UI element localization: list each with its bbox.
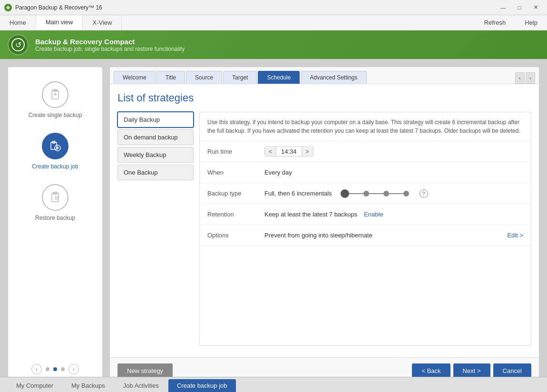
maximize-button[interactable]: □ xyxy=(512,3,527,12)
sidebar-item-create-single-label: Create single backup xyxy=(29,112,82,118)
wizard-tab-nav: ‹ › xyxy=(515,72,535,84)
run-time-label: Run time xyxy=(207,148,264,155)
header-title: Backup & Recovery Compact xyxy=(35,38,185,46)
time-display: 14:34 xyxy=(276,147,302,156)
header-logo-inner: ↺ xyxy=(11,38,25,51)
wizard-tab-source[interactable]: Source xyxy=(186,71,222,84)
wizard-tab-target[interactable]: Target xyxy=(223,71,257,84)
app-title: Paragon Backup & Recovery™ 16 xyxy=(15,4,496,11)
tab-main-view[interactable]: Main view xyxy=(36,15,83,30)
run-time-value: < 14:34 > xyxy=(264,147,313,157)
slider-line-2 xyxy=(369,193,383,194)
bottom-tab-my-backups[interactable]: My Backups xyxy=(63,379,114,392)
sidebar-item-restore-backup-label: Restore backup xyxy=(35,215,75,221)
back-button[interactable]: < Back xyxy=(412,363,450,378)
nav-dot-3 xyxy=(61,367,65,371)
cancel-button[interactable]: Cancel xyxy=(493,363,531,378)
slider-line-1 xyxy=(349,193,363,194)
options-edit-link[interactable]: Edit > xyxy=(507,232,523,239)
sidebar-item-restore-backup[interactable]: Restore backup xyxy=(13,179,98,226)
left-nav-prev[interactable]: ‹ xyxy=(31,364,42,374)
options-text: Prevent from going into sleep/hibernate xyxy=(264,232,372,239)
options-value: Prevent from going into sleep/hibernate … xyxy=(264,232,523,239)
left-panel: Create single backup Create backup job xyxy=(8,67,103,384)
when-text: Every day xyxy=(264,169,292,176)
retention-text: Keep at least the latest 7 backups xyxy=(264,211,357,218)
app-header: ↺ Backup & Recovery Compact Create backu… xyxy=(0,30,547,59)
new-strategy-button[interactable]: New strategy xyxy=(117,363,173,378)
retention-value: Keep at least the latest 7 backups Enabl… xyxy=(264,211,383,218)
wizard-tabs: Welcome Title Source Target Schedule Adv… xyxy=(110,67,539,84)
tab-x-view[interactable]: X-View xyxy=(83,15,122,30)
restore-backup-icon xyxy=(42,184,68,211)
field-row-backup-type: Backup type Full, then 6 incrementals xyxy=(200,183,531,204)
create-single-icon xyxy=(42,81,68,108)
menu-bar: Home Main view X-View Refresh Help xyxy=(0,15,547,30)
header-logo: ↺ xyxy=(8,34,29,55)
bottom-tab-create-backup-job[interactable]: Create backup job xyxy=(168,379,236,392)
strategy-item-on-demand[interactable]: On demand backup xyxy=(117,129,194,145)
create-backup-job-icon xyxy=(42,133,68,159)
tab-home[interactable]: Home xyxy=(0,15,36,30)
backup-type-value: Full, then 6 incrementals xyxy=(264,189,428,198)
header-subtitle: Create backup job, single backups and re… xyxy=(35,46,185,52)
strategies-list: Daily Backup On demand backup Weekly Bac… xyxy=(117,112,194,346)
sidebar-item-create-single[interactable]: Create single backup xyxy=(13,77,98,123)
slider-dot-filled xyxy=(341,189,349,198)
close-button[interactable]: ✕ xyxy=(528,3,543,12)
bottom-tab-job-activities[interactable]: Job Activities xyxy=(115,379,167,392)
backup-type-text: Full, then 6 incrementals xyxy=(264,190,332,197)
slider-dot-3 xyxy=(403,191,409,196)
retention-label: Retention xyxy=(207,211,264,218)
wizard-tab-schedule[interactable]: Schedule xyxy=(258,71,300,84)
backup-type-help-icon[interactable]: ? xyxy=(420,189,428,198)
when-value: Every day xyxy=(264,169,292,176)
wizard-tab-welcome[interactable]: Welcome xyxy=(114,71,156,84)
left-nav-next[interactable]: › xyxy=(68,364,79,374)
wizard-tab-prev[interactable]: ‹ xyxy=(515,72,525,84)
wizard-tab-title[interactable]: Title xyxy=(156,71,185,84)
strategy-item-weekly[interactable]: Weekly Backup xyxy=(117,147,194,163)
retention-enable-link[interactable]: Enable xyxy=(364,211,383,218)
strategy-detail: Use this strategy, if you intend to back… xyxy=(199,112,531,346)
time-prev-btn[interactable]: < xyxy=(265,147,276,156)
time-next-btn[interactable]: > xyxy=(302,147,313,156)
help-action[interactable]: Help xyxy=(515,15,547,30)
minimize-button[interactable]: — xyxy=(496,3,511,12)
bottom-tabs: My Computer My Backups Job Activities Cr… xyxy=(0,377,547,392)
sidebar-item-create-backup-job-label: Create backup job xyxy=(32,163,78,170)
when-label: When xyxy=(207,169,264,176)
field-row-options: Options Prevent from going into sleep/hi… xyxy=(200,225,531,246)
slider-dot-2 xyxy=(383,191,389,196)
sidebar-item-create-backup-job[interactable]: Create backup job xyxy=(13,128,98,175)
wizard-content: List of strategies Daily Backup On deman… xyxy=(110,84,539,357)
time-control: < 14:34 > xyxy=(264,147,313,157)
wizard-title: List of strategies xyxy=(117,92,531,104)
nav-dot-2 xyxy=(53,367,57,371)
slider-line-3 xyxy=(389,193,403,194)
header-text: Backup & Recovery Compact Create backup … xyxy=(35,38,185,52)
wizard-tab-next[interactable]: › xyxy=(526,72,535,84)
field-row-run-time: Run time < 14:34 > xyxy=(200,141,531,162)
strategies-layout: Daily Backup On demand backup Weekly Bac… xyxy=(117,112,531,346)
window-controls: — □ ✕ xyxy=(496,3,543,12)
app-icon xyxy=(4,3,12,12)
strategy-info-text: Use this strategy, if you intend to back… xyxy=(200,112,531,141)
main-area: Create single backup Create backup job xyxy=(0,59,547,392)
nav-dot-1 xyxy=(46,367,49,371)
strategy-item-daily[interactable]: Daily Backup xyxy=(117,112,194,127)
title-bar: Paragon Backup & Recovery™ 16 — □ ✕ xyxy=(0,0,547,15)
backup-type-label: Backup type xyxy=(207,190,264,197)
right-panel: Welcome Title Source Target Schedule Adv… xyxy=(109,67,539,384)
options-label: Options xyxy=(207,232,264,239)
bottom-tab-my-computer[interactable]: My Computer xyxy=(8,379,62,392)
field-row-when: When Every day xyxy=(200,162,531,183)
left-panel-navigation: ‹ › xyxy=(31,364,79,374)
refresh-action[interactable]: Refresh xyxy=(475,15,516,30)
wizard-tab-advanced-settings[interactable]: Advanced Settings xyxy=(301,71,366,84)
slider-dot-1 xyxy=(363,191,369,196)
strategy-fields: Run time < 14:34 > When xyxy=(200,141,531,246)
backup-type-slider xyxy=(341,189,409,198)
strategy-item-one[interactable]: One Backup xyxy=(117,165,194,180)
next-button[interactable]: Next > xyxy=(453,363,490,378)
